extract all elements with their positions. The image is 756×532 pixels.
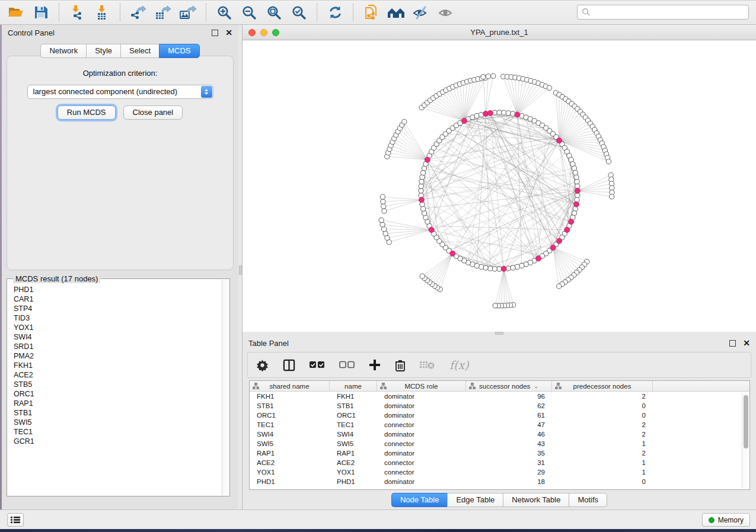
import-table-icon[interactable] [90,2,114,23]
cell-shared-name: FKH1 [250,393,330,400]
zoom-out-icon[interactable] [237,2,261,23]
float-panel-icon[interactable] [729,340,736,347]
tab-edge-table[interactable]: Edge Table [447,493,503,507]
table-tabs: Node TableEdge TableNetwork TableMotifs [243,493,756,507]
table-row[interactable]: ORC1ORC1dominator610 [250,411,749,420]
tab-style[interactable]: Style [86,44,120,58]
cell-successor-nodes: 47 [466,421,552,428]
column-header-predecessor-nodes[interactable]: predecessor nodes [552,381,653,391]
node-table: shared namenameMCDS rolesuccessor nodes⌄… [249,380,750,490]
zoom-selected-icon[interactable] [286,2,311,23]
table-row[interactable]: SWI5SWI5connector431 [250,439,749,448]
export-network-icon[interactable] [126,2,151,23]
save-session-icon[interactable] [28,2,53,23]
console-button[interactable] [7,513,24,527]
run-mcds-button[interactable]: Run MCDS [58,105,116,120]
search-box[interactable] [577,5,749,20]
result-node[interactable]: RAP1 [14,399,222,408]
cell-predecessor-nodes: 2 [552,431,653,438]
export-table-icon[interactable] [151,2,176,23]
result-node[interactable]: GCR1 [14,437,222,446]
open-file-icon[interactable] [4,2,28,23]
network-graph[interactable] [243,40,756,331]
cell-successor-nodes: 31 [466,459,552,466]
close-panel-icon[interactable]: ✕ [225,30,232,36]
result-node[interactable]: PHD1 [14,285,222,294]
refresh-icon[interactable] [323,2,347,23]
result-node[interactable]: PMA2 [14,351,222,361]
mcds-result-scrollbar[interactable] [222,280,229,495]
cell-MCDS-role: dominator [377,412,466,419]
result-node[interactable]: FKH1 [14,361,222,370]
criterion-dropdown[interactable]: largest connected component (undirected) [27,85,213,99]
navigator-icon[interactable] [384,2,409,23]
zoom-in-icon[interactable] [212,2,237,23]
table-row[interactable]: TEC1TEC1connector472 [250,420,749,430]
control-panel: Control Panel ✕ NetworkStyleSelectMCDS O… [2,25,238,509]
column-header-MCDS-role[interactable]: MCDS role [377,381,466,391]
zoom-fit-icon[interactable] [261,2,286,23]
float-panel-icon[interactable] [212,30,218,36]
result-node[interactable]: SWI5 [14,418,222,427]
column-header-successor-nodes[interactable]: successor nodes⌄ [466,381,552,391]
result-node[interactable]: TID3 [14,313,222,323]
result-node[interactable]: TEC1 [14,427,222,437]
result-node[interactable]: ORC1 [14,389,222,399]
splitter-grip[interactable] [495,332,503,335]
settings-icon[interactable] [256,359,269,371]
close-panel-icon[interactable]: ✕ [743,340,750,347]
table-row[interactable]: STB1STB1dominator620 [250,401,749,411]
cell-shared-name: SWI5 [250,440,330,447]
splitter-grip[interactable] [239,265,242,275]
table-row[interactable]: PHD1PHD1dominator180 [250,477,749,486]
table-row[interactable]: YOX1YOX1connector291 [250,467,749,477]
network-window-titlebar[interactable]: YPA_prune.txt_1 [243,25,756,40]
table-row[interactable]: SWI4SWI4dominator462 [250,430,749,439]
tab-mcds[interactable]: MCDS [159,44,199,58]
show-eye-icon[interactable] [433,2,458,23]
result-node[interactable]: SRD1 [14,342,222,351]
cell-name: SWI5 [330,440,377,447]
tab-node-table[interactable]: Node Table [391,493,448,507]
column-layout-icon[interactable] [283,359,295,371]
close-panel-button[interactable]: Close panel [123,105,183,120]
result-node[interactable]: ACE2 [14,370,222,380]
result-node[interactable]: STP4 [14,304,222,313]
cell-shared-name: SWI4 [250,431,330,438]
table-row[interactable]: FKH1FKH1dominator962 [250,392,749,401]
table-scrollbar[interactable] [742,393,749,489]
delete-column-icon[interactable] [395,359,406,371]
vertical-splitter[interactable] [238,25,243,509]
select-all-columns-icon[interactable] [310,361,325,369]
tab-network-table[interactable]: Network Table [503,493,569,507]
table-row[interactable]: ACE2ACE2connector311 [250,458,749,467]
tab-motifs[interactable]: Motifs [569,493,607,507]
deselect-columns-icon[interactable] [339,361,355,369]
scrollbar-thumb[interactable] [744,395,748,448]
add-column-icon[interactable] [369,359,381,371]
result-node[interactable]: YOX1 [14,323,222,332]
result-node[interactable]: CAR1 [14,294,222,304]
cell-MCDS-role: dominator [377,478,466,485]
table-toolbar: f(x) [247,352,751,378]
cell-MCDS-role: connector [377,440,466,447]
network-canvas[interactable] [243,40,756,331]
result-node[interactable]: SWI4 [14,332,222,342]
tab-network[interactable]: Network [40,44,86,58]
clone-network-icon[interactable] [359,2,384,23]
cell-MCDS-role: dominator [377,393,466,400]
column-header-name[interactable]: name [330,381,377,391]
tab-select[interactable]: Select [120,44,159,58]
result-node[interactable]: STB5 [14,380,222,389]
result-node[interactable]: STB1 [14,408,222,418]
cell-shared-name: RAP1 [250,450,330,457]
mcds-result-list[interactable]: PHD1CAR1STP4TID3YOX1SWI4SRD1PMA2FKH1ACE2… [7,281,222,495]
export-image-icon[interactable] [176,2,200,23]
cell-shared-name: TEC1 [250,421,330,428]
import-network-icon[interactable] [65,2,90,23]
table-row[interactable]: RAP1RAP1dominator352 [250,448,749,458]
hide-eye-icon[interactable] [409,2,433,23]
memory-button[interactable]: Memory [702,513,750,527]
column-header-shared-name[interactable]: shared name [250,381,330,391]
search-input[interactable] [591,7,748,18]
